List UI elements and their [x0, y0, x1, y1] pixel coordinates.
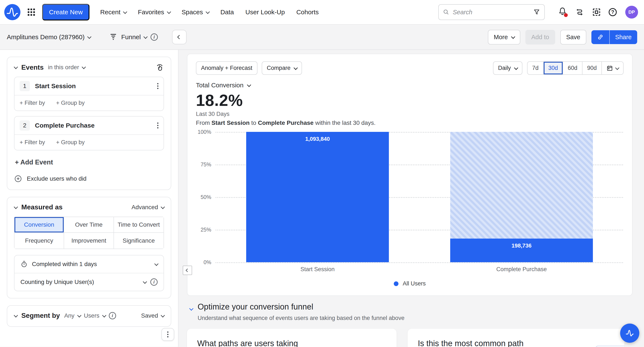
measure-option-frequency[interactable]: Frequency — [14, 233, 64, 248]
saved-segments-selector[interactable]: Saved — [141, 312, 164, 319]
funnel-chart: 100% 75% 50% 25% 0% 1,093,840 — [196, 132, 624, 262]
tap-select-icon[interactable] — [156, 63, 164, 72]
conversion-window-selector[interactable]: Completed within 1 days — [14, 256, 164, 273]
search-box[interactable] — [438, 4, 545, 20]
journey-diagram — [520, 340, 618, 347]
nav-item-data[interactable]: Data — [220, 8, 234, 16]
collapse-panel-button[interactable] — [172, 30, 186, 44]
exclude-users-button[interactable]: Exclude users who did — [14, 175, 164, 183]
apps-grid-icon[interactable] — [26, 7, 37, 18]
collapse-section-icon[interactable] — [14, 313, 18, 318]
event-name[interactable]: Complete Purchase — [35, 122, 94, 129]
share-button[interactable]: Share — [609, 30, 637, 44]
bar-value-label: 1,093,840 — [246, 136, 389, 142]
group-by-button[interactable]: + Group by — [56, 100, 84, 106]
plot-area: 1,093,840 198,736 — [216, 132, 624, 262]
measure-option-time-to-convert[interactable]: Time to Convert — [114, 217, 164, 233]
interval-selector[interactable]: Daily — [493, 61, 522, 75]
chevron-down-icon — [206, 10, 210, 14]
avatar[interactable]: DP — [625, 6, 638, 18]
filter-by-button[interactable]: + Filter by — [20, 100, 45, 106]
notifications-button[interactable] — [558, 7, 567, 18]
add-event-button[interactable]: + Add Event — [15, 158, 164, 166]
chevron-down-icon — [615, 66, 620, 70]
nav-item-favorites[interactable]: Favorites — [138, 8, 170, 16]
collapse-panel-side-button[interactable] — [183, 266, 192, 275]
panel-options-button[interactable] — [162, 328, 174, 341]
range-7d[interactable]: 7d — [528, 62, 544, 74]
more-button[interactable]: More — [488, 30, 520, 44]
app: Create New Recent Favorites Spaces Data … — [0, 0, 644, 347]
chart-type-selector[interactable]: Funnel — [121, 34, 147, 41]
event-row[interactable]: 1 Start Session + Filter by + Group by — [14, 77, 164, 111]
chevron-down-icon — [82, 65, 86, 69]
events-section: Events in this order 1 Start Session + F… — [7, 57, 171, 190]
nav-item-spaces[interactable]: Spaces — [182, 8, 209, 16]
period-label: Last 30 Days — [196, 111, 624, 117]
segment-users-selector[interactable]: Users — [84, 312, 106, 319]
chevron-down-icon — [77, 313, 81, 318]
amplitude-assistant-fab[interactable] — [620, 324, 639, 343]
metric-selector[interactable]: Total Conversion — [196, 82, 624, 89]
event-options-icon[interactable] — [157, 122, 158, 128]
counting-by-selector[interactable]: Counting by Unique User(s) i — [14, 273, 164, 291]
segment-by-section: Segment by Any Users i Saved — [7, 305, 171, 327]
insight-card-common-path[interactable]: Is this the most common path taken by us… — [408, 329, 624, 347]
insights-title: Optimize your conversion funnel — [198, 302, 404, 312]
advanced-selector[interactable]: Advanced — [132, 204, 164, 211]
event-options-icon[interactable] — [157, 83, 158, 89]
measure-option-significance[interactable]: Significance — [114, 233, 164, 248]
insights-subtitle: Understand what sequence of events users… — [198, 315, 404, 322]
event-order-selector[interactable]: in this order — [48, 64, 85, 71]
events-title: Events — [21, 64, 44, 71]
custom-date-button[interactable] — [602, 62, 623, 74]
collapse-section-icon[interactable] — [14, 65, 18, 69]
group-by-button[interactable]: + Group by — [56, 139, 84, 146]
info-icon[interactable]: i — [109, 312, 116, 319]
measured-as-section: Measured as Advanced Conversion Over Tim… — [7, 197, 171, 298]
filter-funnel-icon[interactable] — [533, 9, 540, 16]
amplitude-logo-icon[interactable] — [4, 4, 20, 20]
chevron-down-icon — [143, 280, 147, 284]
frame-select-icon[interactable] — [593, 8, 600, 16]
create-new-button[interactable]: Create New — [42, 4, 90, 20]
nav-item-recent[interactable]: Recent — [100, 8, 126, 16]
y-axis: 100% 75% 50% 25% 0% — [196, 132, 216, 262]
collapse-insights-icon[interactable] — [189, 306, 194, 311]
range-60d[interactable]: 60d — [563, 62, 582, 74]
anomaly-forecast-button[interactable]: Anomaly + Forecast — [196, 61, 258, 75]
event-name[interactable]: Start Session — [35, 82, 76, 90]
search-input[interactable] — [453, 9, 530, 16]
chevron-down-icon — [102, 313, 106, 318]
funnel-bar-start-session[interactable]: 1,093,840 — [246, 132, 389, 262]
journeys-arrow-icon[interactable] — [576, 8, 584, 16]
project-selector[interactable]: Amplitunes Demo (287960) — [7, 34, 90, 41]
event-row[interactable]: 2 Complete Purchase + Filter by + Group … — [14, 116, 164, 150]
save-button[interactable]: Save — [560, 30, 586, 44]
info-icon[interactable]: i — [150, 278, 158, 286]
filter-by-button[interactable]: + Filter by — [20, 139, 45, 146]
compare-button[interactable]: Compare — [262, 61, 302, 75]
collapse-section-icon[interactable] — [14, 205, 18, 209]
event-number: 1 — [20, 81, 30, 91]
funnel-bar-complete-purchase[interactable]: 198,736 — [450, 132, 593, 262]
range-30d[interactable]: 30d — [544, 62, 563, 74]
measure-option-conversion[interactable]: Conversion — [14, 217, 64, 233]
unconverted-segment[interactable] — [450, 132, 593, 238]
measure-option-over-time[interactable]: Over Time — [64, 217, 114, 233]
range-90d[interactable]: 90d — [582, 62, 602, 74]
stopwatch-icon — [20, 260, 28, 268]
funnel-description: From Start Session to Complete Purchase … — [196, 120, 624, 126]
measure-option-improvement[interactable]: Improvement — [64, 233, 114, 248]
nav-item-user-lookup[interactable]: User Look-Up — [245, 8, 285, 16]
help-icon[interactable]: ? — [609, 8, 617, 16]
segment-any-selector[interactable]: Any — [64, 312, 80, 319]
chart-legend[interactable]: All Users — [196, 280, 624, 287]
insight-card-paths[interactable]: What paths are users taking between conv… — [187, 329, 396, 347]
copy-link-button[interactable] — [592, 30, 609, 44]
nav-item-cohorts[interactable]: Cohorts — [296, 8, 318, 16]
top-nav: Create New Recent Favorites Spaces Data … — [0, 0, 644, 25]
main-area: Anomaly + Forecast Compare Daily 7d 30d … — [178, 50, 644, 347]
chevron-down-icon — [143, 35, 148, 39]
info-icon[interactable]: i — [150, 34, 158, 41]
